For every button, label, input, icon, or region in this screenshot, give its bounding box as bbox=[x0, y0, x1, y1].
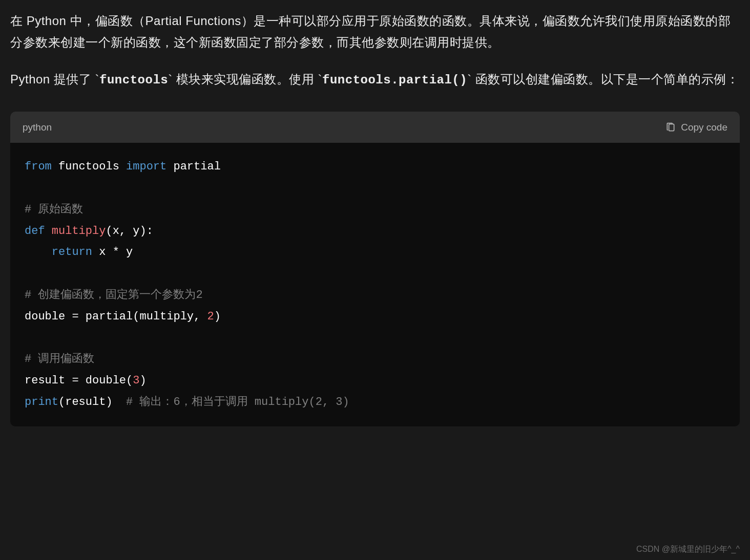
code-text: ) bbox=[214, 310, 221, 323]
copy-label: Copy code bbox=[681, 122, 727, 133]
text-segment: 函数可以创建偏函数。以下是一个简单的示例： bbox=[472, 72, 739, 86]
text-segment: Python 提供了 bbox=[10, 72, 95, 86]
code-language-label: python bbox=[23, 119, 52, 136]
code-body: from functools import partial # 原始函数 def… bbox=[10, 143, 740, 426]
code-block: python Copy code from functools import p… bbox=[10, 112, 740, 426]
code-text: partial bbox=[166, 160, 221, 173]
inline-code-functools: functools bbox=[99, 73, 168, 87]
function-name: multiply bbox=[52, 225, 106, 238]
code-text: double = partial(multiply, bbox=[25, 310, 207, 323]
code-text: functools bbox=[52, 160, 126, 173]
code-text: x * y bbox=[92, 246, 133, 259]
code-text: result = double( bbox=[25, 374, 133, 387]
paragraph-2: Python 提供了 `functools` 模块来实现偏函数。使用 `func… bbox=[10, 69, 740, 91]
text-segment: 模块来实现偏函数。使用 bbox=[173, 72, 318, 86]
article-content: 在 Python 中，偏函数（Partial Functions）是一种可以部分… bbox=[10, 10, 740, 426]
code-comment: # 输出：6，相当于调用 multiply(2, 3) bbox=[126, 396, 349, 408]
code-indent bbox=[25, 246, 52, 259]
keyword-from: from bbox=[25, 160, 52, 173]
keyword-def: def bbox=[25, 225, 45, 238]
code-text: (x, y): bbox=[106, 225, 153, 238]
code-text: ) bbox=[139, 374, 146, 387]
keyword-import: import bbox=[126, 160, 166, 173]
backtick: ` bbox=[168, 72, 173, 86]
code-comment: # 调用偏函数 bbox=[25, 353, 94, 365]
backtick: ` bbox=[95, 72, 100, 86]
code-comment: # 创建偏函数，固定第一个参数为2 bbox=[25, 289, 203, 301]
code-comment: # 原始函数 bbox=[25, 203, 83, 216]
keyword-return: return bbox=[52, 246, 92, 259]
svg-rect-0 bbox=[669, 124, 674, 131]
backtick: ` bbox=[467, 72, 472, 86]
inline-code-partial: functools.partial() bbox=[322, 73, 467, 87]
code-number: 2 bbox=[207, 310, 214, 323]
code-number: 3 bbox=[133, 374, 139, 387]
code-header: python Copy code bbox=[10, 112, 740, 143]
watermark: CSDN @新城里的旧少年^_^ bbox=[636, 544, 740, 555]
paragraph-1: 在 Python 中，偏函数（Partial Functions）是一种可以部分… bbox=[10, 10, 740, 53]
backtick: ` bbox=[318, 72, 323, 86]
code-text bbox=[45, 225, 52, 238]
clipboard-icon bbox=[665, 122, 676, 133]
copy-code-button[interactable]: Copy code bbox=[665, 122, 727, 133]
builtin-print: print bbox=[25, 396, 58, 408]
code-text: (result) bbox=[58, 396, 126, 408]
